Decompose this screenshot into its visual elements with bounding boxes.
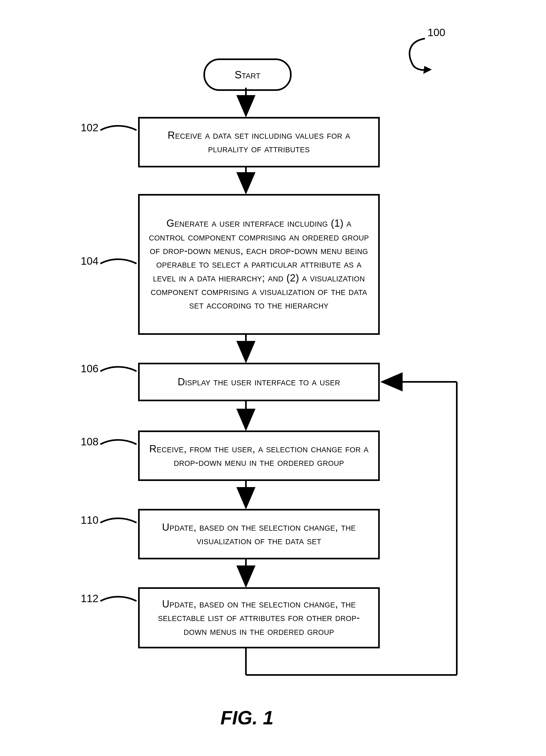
start-label: Start xyxy=(235,69,260,81)
step-106-box: Display the user interface to a user xyxy=(138,363,380,401)
flowchart-canvas: 100 Start Receive a data set including v… xyxy=(0,0,546,756)
step-110-text: Update, based on the selection change, t… xyxy=(149,521,369,548)
diagram-reference-number: 100 xyxy=(427,27,445,39)
step-110-box: Update, based on the selection change, t… xyxy=(138,509,380,559)
step-102-ref: 102 xyxy=(81,122,99,134)
step-110-ref: 110 xyxy=(81,514,99,526)
figure-caption: FIG. 1 xyxy=(221,707,273,729)
step-106-text: Display the user interface to a user xyxy=(178,375,340,389)
step-102-text: Receive a data set including values for … xyxy=(149,129,369,156)
step-108-text: Receive, from the user, a selection chan… xyxy=(149,442,369,470)
step-104-ref: 104 xyxy=(81,255,99,267)
step-102-box: Receive a data set including values for … xyxy=(138,117,380,167)
step-108-box: Receive, from the user, a selection chan… xyxy=(138,430,380,481)
step-104-text: Generate a user interface including (1) … xyxy=(149,217,369,312)
step-106-ref: 106 xyxy=(81,363,99,375)
step-108-ref: 108 xyxy=(81,436,99,448)
step-112-ref: 112 xyxy=(81,593,99,605)
step-112-text: Update, based on the selection change, t… xyxy=(149,597,369,638)
start-node: Start xyxy=(204,58,291,91)
step-104-box: Generate a user interface including (1) … xyxy=(138,194,380,335)
step-112-box: Update, based on the selection change, t… xyxy=(138,587,380,648)
